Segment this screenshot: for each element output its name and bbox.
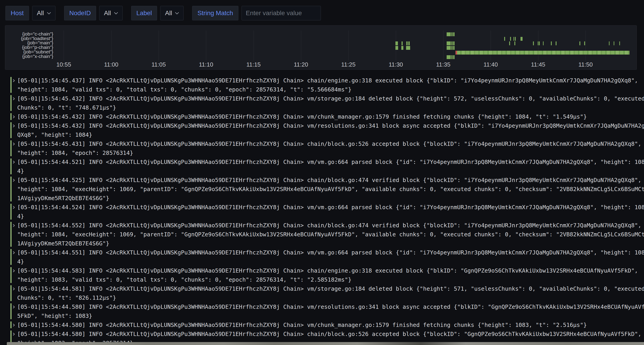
log-line-text: [05-01|15:54:45.432] INFO <2AcRkXTLLtQjv…	[17, 94, 644, 112]
expand-row-icon[interactable]: ›	[12, 203, 15, 212]
log-line-text: [05-01|15:54:44.551] INFO <2AcRkXTLLtQjv…	[17, 248, 644, 266]
timeline-bar[interactable]	[609, 41, 610, 45]
expand-row-icon[interactable]: ›	[12, 221, 15, 230]
expand-row-icon[interactable]: ›	[12, 330, 15, 339]
time-tick-label: 11:30	[388, 60, 403, 69]
timeline-bar[interactable]	[453, 41, 455, 45]
timeline-bar[interactable]	[538, 41, 539, 45]
legend-item[interactable]: {job="p-chain"}	[5, 45, 53, 49]
timeline-bar[interactable]	[402, 41, 403, 45]
timeline-bar[interactable]	[515, 37, 516, 41]
timeline-bar[interactable]	[452, 41, 453, 45]
timeline-bar[interactable]	[396, 41, 398, 45]
timeline-bar[interactable]	[584, 41, 585, 45]
timeline-bar[interactable]	[504, 37, 505, 41]
log-row[interactable]: ›[05-01|15:54:44.551] INFO <2AcRkXTLLtQj…	[10, 248, 644, 266]
timeline-bar[interactable]	[451, 41, 452, 45]
variable-nodeid-dropdown[interactable]: All	[99, 6, 122, 20]
log-row[interactable]: ›[05-01|15:54:45.431] INFO <2AcRkXTLLtQj…	[10, 139, 644, 158]
expand-row-icon[interactable]: ›	[12, 176, 15, 185]
timeline-bar[interactable]	[510, 37, 511, 41]
log-row[interactable]: ›[05-01|15:54:44.580] INFO <2AcRkXTLLtQj…	[10, 321, 644, 330]
time-tick-label: 11:45	[531, 60, 545, 69]
log-row[interactable]: ›[05-01|15:54:44.580] INFO <2AcRkXTLLtQj…	[10, 303, 644, 321]
timeline-bar[interactable]	[453, 32, 455, 36]
log-row[interactable]: ›[05-01|15:54:45.432] INFO <2AcRkXTLLtQj…	[10, 94, 644, 112]
expand-row-icon[interactable]: ›	[12, 266, 15, 275]
timeline-bar[interactable]	[451, 32, 452, 36]
legend-item[interactable]: {job="c-chain"}	[5, 32, 53, 36]
expand-row-icon[interactable]: ›	[12, 284, 15, 293]
expand-row-icon[interactable]: ›	[12, 139, 15, 148]
timeline-bar[interactable]	[408, 41, 410, 45]
timeline-bar[interactable]	[447, 55, 451, 59]
timeline-bar[interactable]	[457, 51, 629, 54]
timeline-plot[interactable]	[6, 32, 636, 59]
log-row[interactable]: ›[05-01|15:54:44.525] INFO <2AcRkXTLLtQj…	[10, 176, 644, 203]
timeline-bar[interactable]	[401, 46, 403, 50]
log-row[interactable]: ›[05-01|15:54:45.432] INFO <2AcRkXTLLtQj…	[10, 112, 644, 121]
time-axis: 10:5511:0011:0511:1011:1511:2011:2511:30…	[6, 60, 636, 69]
timeline-bar[interactable]	[447, 46, 451, 50]
timeline-bar[interactable]	[396, 46, 398, 50]
legend-item[interactable]: {job="x-chain"}	[5, 54, 53, 59]
timeline-bar[interactable]	[451, 55, 452, 59]
variable-label-dropdown[interactable]: All	[160, 6, 184, 20]
timeline-bar[interactable]	[543, 41, 544, 45]
timeline-bar[interactable]	[619, 41, 620, 45]
log-row[interactable]: ›[05-01|15:54:44.583] INFO <2AcRkXTLLtQj…	[10, 266, 644, 284]
log-level-indicator	[10, 204, 12, 220]
horizontal-scrollbar[interactable]	[7, 342, 644, 345]
timeline-bar[interactable]	[614, 41, 614, 45]
timeline-bar[interactable]	[447, 32, 451, 36]
timeline-bar[interactable]	[520, 37, 522, 41]
log-row[interactable]: ›[05-01|15:54:44.524] INFO <2AcRkXTLLtQj…	[10, 203, 644, 221]
logs-panel: ›[05-01|15:54:45.437] INFO <2AcRkXTLLtQj…	[0, 76, 644, 345]
expand-row-icon[interactable]: ›	[12, 248, 15, 257]
timeline-bar[interactable]	[514, 37, 514, 41]
timeline-bar[interactable]	[452, 32, 453, 36]
timeline-bar[interactable]	[453, 46, 455, 50]
time-tick-label: 11:40	[484, 60, 498, 69]
expand-row-icon[interactable]: ›	[12, 76, 15, 85]
timeline-bar[interactable]	[509, 41, 510, 45]
log-row[interactable]: ›[05-01|15:54:45.437] INFO <2AcRkXTLLtQj…	[10, 76, 644, 94]
timeline-bar[interactable]	[533, 41, 534, 45]
log-line-text: [05-01|15:54:44.580] INFO <2AcRkXTLLtQjv…	[17, 321, 644, 330]
log-row[interactable]: ›[05-01|15:54:45.432] INFO <2AcRkXTLLtQj…	[10, 121, 644, 139]
timeline-row-2	[6, 36, 636, 41]
timeline-bar[interactable]	[456, 51, 457, 54]
timeline-bar[interactable]	[447, 41, 451, 45]
timeline-bar[interactable]	[406, 46, 410, 50]
timeline-bar[interactable]	[580, 41, 580, 45]
log-row[interactable]: ›[05-01|15:54:44.581] INFO <2AcRkXTLLtQj…	[10, 284, 644, 303]
log-row[interactable]: ›[05-01|15:54:44.552] INFO <2AcRkXTLLtQj…	[10, 221, 644, 248]
log-row[interactable]: ›[05-01|15:54:44.521] INFO <2AcRkXTLLtQj…	[10, 158, 644, 176]
string-match-input[interactable]	[242, 6, 321, 20]
timeline-bar[interactable]	[452, 46, 453, 50]
timeline-row-1	[6, 32, 636, 36]
timeline-bar[interactable]	[451, 46, 452, 50]
log-line-text: [05-01|15:54:45.437] INFO <2AcRkXTLLtQjv…	[17, 76, 644, 94]
expand-row-icon[interactable]: ›	[12, 121, 15, 130]
legend-item[interactable]: {job="subnet"}	[5, 49, 53, 54]
log-level-indicator	[10, 140, 12, 156]
timeline-bar[interactable]	[406, 41, 408, 45]
log-level-indicator	[10, 285, 12, 301]
log-level-indicator	[10, 222, 12, 247]
expand-row-icon[interactable]: ›	[12, 158, 15, 167]
expand-row-icon[interactable]: ›	[12, 321, 15, 330]
expand-row-icon[interactable]: ›	[12, 303, 15, 312]
timeline-bar[interactable]	[514, 41, 515, 45]
expand-row-icon[interactable]: ›	[12, 94, 15, 103]
timeline-bar[interactable]	[452, 55, 453, 59]
variable-host-dropdown[interactable]: All	[32, 6, 56, 20]
timeline-bar[interactable]	[453, 55, 455, 59]
timeline-bar[interactable]	[551, 41, 552, 45]
log-volume-panel: {job="c-chain"}{job="loadtest"}{job="mai…	[5, 25, 637, 70]
timeline-bar[interactable]	[556, 41, 556, 45]
expand-row-icon[interactable]: ›	[12, 112, 15, 121]
time-tick-label: 11:20	[294, 60, 308, 69]
timeline-bar[interactable]	[539, 41, 540, 45]
timeline-row-4	[6, 46, 636, 50]
